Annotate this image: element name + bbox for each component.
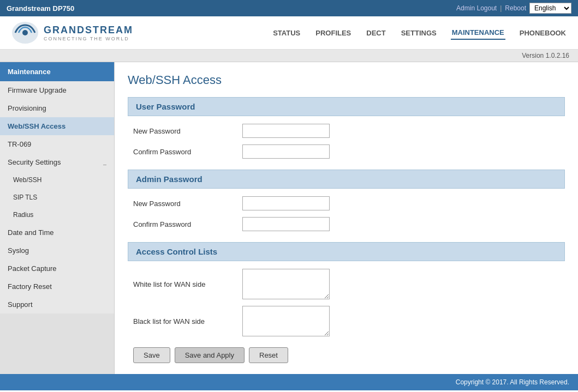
sidebar-item-syslog[interactable]: Syslog [0, 242, 114, 260]
user-confirm-password-label: Confirm Password [133, 148, 242, 156]
nav-maintenance[interactable]: MAINTENANCE [451, 26, 505, 40]
nav-dect[interactable]: DECT [365, 27, 386, 39]
header: GRANDSTREAM CONNECTING THE WORLD STATUS … [0, 16, 578, 50]
sidebar: Maintenance Firmware Upgrade Provisionin… [0, 62, 115, 374]
reset-button[interactable]: Reset [249, 347, 288, 363]
logo-area: GRANDSTREAM CONNECTING THE WORLD [11, 21, 133, 45]
admin-confirm-password-label: Confirm Password [133, 220, 242, 228]
layout: Maintenance Firmware Upgrade Provisionin… [0, 62, 578, 374]
button-row: Save Save and Apply Reset [128, 347, 565, 363]
logo-tagline: CONNECTING THE WORLD [44, 36, 133, 41]
sidebar-item-radius[interactable]: Radius [0, 206, 114, 224]
blacklist-wan-input[interactable] [242, 306, 330, 336]
footer-copyright: Copyright © 2017. All Rights Reserved. [456, 378, 569, 386]
sidebar-item-tr069[interactable]: TR-069 [0, 135, 114, 153]
logo-icon [11, 21, 39, 45]
nav-phonebook[interactable]: PHONEBOOK [519, 27, 567, 39]
sidebar-item-factory-reset[interactable]: Factory Reset [0, 278, 114, 295]
sidebar-item-packet-capture[interactable]: Packet Capture [0, 260, 114, 278]
sidebar-item-support[interactable]: Support [0, 295, 114, 313]
save-apply-button[interactable]: Save and Apply [175, 347, 245, 363]
version-text: Version 1.0.2.16 [522, 52, 569, 59]
whitelist-wan-group: White list for WAN side [128, 269, 565, 299]
svg-point-1 [22, 30, 28, 35]
whitelist-wan-label: White list for WAN side [133, 280, 242, 288]
user-new-password-group: New Password [128, 124, 565, 138]
blacklist-wan-label: Black list for WAN side [133, 317, 242, 325]
admin-confirm-password-group: Confirm Password [128, 217, 565, 231]
main-content: Web/SSH Access User Password New Passwor… [115, 62, 578, 374]
nav-status[interactable]: STATUS [272, 27, 301, 39]
sidebar-item-date-time[interactable]: Date and Time [0, 224, 114, 242]
main-nav: STATUS PROFILES DECT SETTINGS MAINTENANC… [272, 26, 567, 40]
sidebar-security-label: Security Settings [8, 158, 61, 166]
nav-settings[interactable]: SETTINGS [400, 27, 438, 39]
topbar-title: Grandstream DP750 [7, 4, 74, 13]
sidebar-item-security-settings[interactable]: Security Settings ⎯ [0, 153, 114, 171]
sidebar-header: Maintenance [0, 62, 114, 81]
admin-new-password-input[interactable] [242, 196, 330, 210]
reboot-link[interactable]: Reboot [505, 4, 526, 12]
sidebar-item-provisioning[interactable]: Provisioning [0, 99, 114, 117]
collapse-icon: ⎯ [103, 159, 106, 165]
admin-password-section: Admin Password New Password Confirm Pass… [128, 170, 565, 231]
user-password-header: User Password [128, 97, 565, 116]
language-select[interactable]: English 中文 Español Français Deutsch [529, 3, 571, 14]
admin-password-header: Admin Password [128, 170, 565, 189]
topbar-right: Admin Logout | Reboot English 中文 Español… [456, 3, 571, 14]
admin-logout-link[interactable]: Admin Logout [456, 4, 497, 12]
sidebar-item-webssh-access[interactable]: Web/SSH Access [0, 117, 114, 135]
admin-new-password-label: New Password [133, 200, 242, 208]
blacklist-wan-group: Black list for WAN side [128, 306, 565, 336]
nav-profiles[interactable]: PROFILES [314, 27, 352, 39]
topbar-separator: | [500, 4, 502, 12]
user-confirm-password-input[interactable] [242, 144, 330, 159]
user-password-section: User Password New Password Confirm Passw… [128, 97, 565, 159]
user-new-password-label: New Password [133, 127, 242, 135]
page-title: Web/SSH Access [128, 73, 565, 87]
sidebar-item-webssh[interactable]: Web/SSH [0, 171, 114, 189]
footer: Copyright © 2017. All Rights Reserved. [0, 374, 578, 390]
access-control-section: Access Control Lists White list for WAN … [128, 242, 565, 336]
sidebar-item-sip-tls[interactable]: SIP TLS [0, 189, 114, 206]
access-control-header: Access Control Lists [128, 242, 565, 261]
logo-brand: GRANDSTREAM [44, 25, 133, 36]
topbar: Grandstream DP750 Admin Logout | Reboot … [0, 0, 578, 16]
user-confirm-password-group: Confirm Password [128, 144, 565, 159]
logo-text: GRANDSTREAM CONNECTING THE WORLD [44, 25, 133, 41]
whitelist-wan-input[interactable] [242, 269, 330, 299]
admin-new-password-group: New Password [128, 196, 565, 210]
save-button[interactable]: Save [133, 347, 170, 363]
user-new-password-input[interactable] [242, 124, 330, 138]
sidebar-item-firmware[interactable]: Firmware Upgrade [0, 81, 114, 99]
admin-confirm-password-input[interactable] [242, 217, 330, 231]
version-bar: Version 1.0.2.16 [0, 50, 578, 62]
